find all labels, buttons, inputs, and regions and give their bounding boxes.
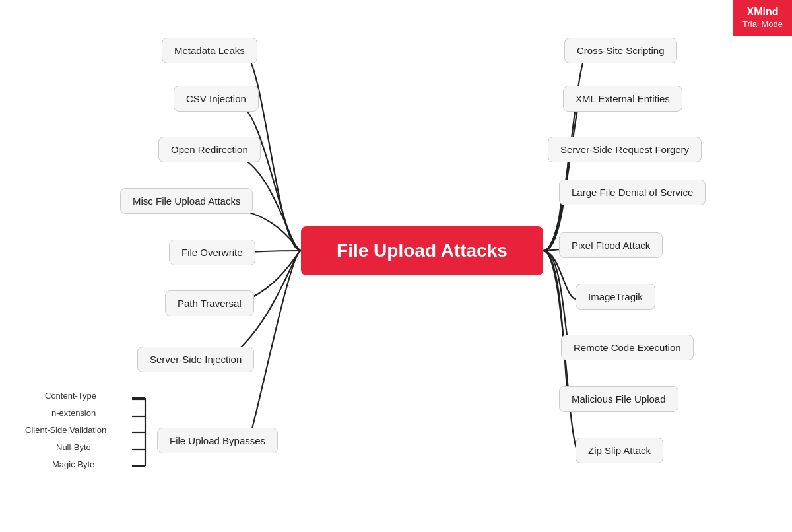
branch-rce: Remote Code Execution bbox=[561, 335, 694, 360]
line-file-upload-bypasses bbox=[248, 251, 301, 446]
branch-csv-injection: CSV Injection bbox=[174, 86, 259, 112]
branch-file-upload-bypasses: File Upload Bypasses bbox=[157, 428, 278, 453]
branch-ssrf: Server-Side Request Forgery bbox=[548, 137, 702, 162]
branch-zip-slip-attack: Zip Slip Attack bbox=[576, 438, 663, 463]
bypass-null-byte: Null-Byte bbox=[56, 442, 91, 452]
branch-large-file-dos: Large File Denial of Service bbox=[559, 180, 706, 205]
bypass-magic-byte: Magic Byte bbox=[52, 459, 94, 469]
branch-imagetragik: ImageTragik bbox=[576, 284, 655, 310]
line-xxe bbox=[543, 104, 579, 251]
branch-malicious-file-upload: Malicious File Upload bbox=[559, 386, 678, 412]
branch-open-redirection: Open Redirection bbox=[158, 137, 261, 162]
bypass-content-type: Content-Type bbox=[45, 391, 96, 401]
branch-metadata-leaks: Metadata Leaks bbox=[162, 38, 257, 63]
branch-file-overwrite: File Overwrite bbox=[169, 240, 255, 265]
center-label: File Upload Attacks bbox=[337, 240, 508, 261]
xmind-brand: XMind bbox=[742, 5, 783, 19]
bypass-n-extension: n-extension bbox=[51, 408, 96, 418]
xmind-trial: Trial Mode bbox=[742, 19, 783, 30]
center-node: File Upload Attacks bbox=[301, 226, 543, 275]
branch-misc-file-upload: Misc File Upload Attacks bbox=[120, 188, 253, 214]
bypass-client-side-validation: Client-Side Validation bbox=[25, 425, 106, 435]
xmind-badge: XMind Trial Mode bbox=[733, 0, 792, 36]
line-csv-injection bbox=[238, 104, 301, 251]
branch-server-side-injection: Server-Side Injection bbox=[137, 347, 254, 372]
branch-path-traversal: Path Traversal bbox=[165, 290, 254, 316]
branch-xml-external-entities: XML External Entities bbox=[563, 86, 682, 112]
branch-pixel-flood: Pixel Flood Attack bbox=[559, 232, 663, 258]
branch-cross-site-scripting: Cross-Site Scripting bbox=[564, 38, 677, 63]
line-malicious-upload bbox=[543, 251, 569, 401]
